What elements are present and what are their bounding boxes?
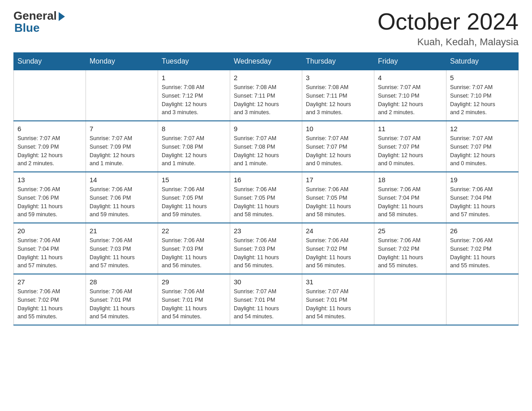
day-info: Sunrise: 7:06 AMSunset: 7:02 PMDaylight:… [450,236,515,270]
day-info: Sunrise: 7:06 AMSunset: 7:03 PMDaylight:… [234,236,298,270]
day-info: Sunrise: 7:07 AMSunset: 7:07 PMDaylight:… [450,134,515,168]
calendar-cell: 6Sunrise: 7:07 AMSunset: 7:09 PMDaylight… [14,121,86,172]
day-number: 30 [234,278,298,286]
day-number: 12 [450,125,515,133]
day-number: 4 [378,74,442,81]
calendar-week-row: 13Sunrise: 7:06 AMSunset: 7:06 PMDayligh… [14,172,519,223]
day-number: 1 [162,74,226,81]
page-header: General Blue October 2024 Kuah, Kedah, M… [13,9,519,48]
day-number: 31 [306,278,370,286]
day-number: 14 [90,176,154,184]
day-number: 20 [17,227,82,235]
calendar-cell: 15Sunrise: 7:06 AMSunset: 7:05 PMDayligh… [158,172,230,223]
logo: General Blue [13,9,65,35]
day-number: 6 [17,125,82,133]
day-info: Sunrise: 7:08 AMSunset: 7:11 PMDaylight:… [234,83,298,117]
day-number: 17 [306,176,370,184]
day-info: Sunrise: 7:08 AMSunset: 7:11 PMDaylight:… [306,83,370,117]
calendar-cell: 24Sunrise: 7:06 AMSunset: 7:02 PMDayligh… [302,223,374,274]
calendar-cell [446,274,519,325]
calendar-cell [14,70,86,121]
day-info: Sunrise: 7:07 AMSunset: 7:10 PMDaylight:… [378,83,442,117]
day-number: 5 [450,74,515,81]
day-number: 15 [162,176,226,184]
day-number: 24 [306,227,370,235]
day-info: Sunrise: 7:06 AMSunset: 7:04 PMDaylight:… [17,236,82,270]
day-number: 9 [234,125,298,133]
calendar-cell: 29Sunrise: 7:06 AMSunset: 7:01 PMDayligh… [158,274,230,325]
calendar-day-header: Tuesday [158,53,230,70]
calendar-week-row: 6Sunrise: 7:07 AMSunset: 7:09 PMDaylight… [14,121,519,172]
calendar-cell: 19Sunrise: 7:06 AMSunset: 7:04 PMDayligh… [446,172,519,223]
calendar-cell: 20Sunrise: 7:06 AMSunset: 7:04 PMDayligh… [14,223,86,274]
calendar-cell: 22Sunrise: 7:06 AMSunset: 7:03 PMDayligh… [158,223,230,274]
calendar-cell: 17Sunrise: 7:06 AMSunset: 7:05 PMDayligh… [302,172,374,223]
calendar-cell: 18Sunrise: 7:06 AMSunset: 7:04 PMDayligh… [374,172,446,223]
day-number: 18 [378,176,442,184]
day-info: Sunrise: 7:07 AMSunset: 7:09 PMDaylight:… [90,134,154,168]
title-block: October 2024 Kuah, Kedah, Malaysia [378,9,519,48]
day-info: Sunrise: 7:06 AMSunset: 7:01 PMDaylight:… [90,287,154,321]
calendar-day-header: Wednesday [230,53,302,70]
day-info: Sunrise: 7:06 AMSunset: 7:04 PMDaylight:… [450,185,515,219]
calendar-cell: 21Sunrise: 7:06 AMSunset: 7:03 PMDayligh… [86,223,158,274]
page-subtitle: Kuah, Kedah, Malaysia [378,36,519,48]
calendar-cell: 13Sunrise: 7:06 AMSunset: 7:06 PMDayligh… [14,172,86,223]
calendar-week-row: 1Sunrise: 7:08 AMSunset: 7:12 PMDaylight… [14,70,519,121]
calendar-day-header: Friday [374,53,446,70]
calendar-cell [374,274,446,325]
calendar-cell: 11Sunrise: 7:07 AMSunset: 7:07 PMDayligh… [374,121,446,172]
day-number: 29 [162,278,226,286]
calendar-cell: 9Sunrise: 7:07 AMSunset: 7:08 PMDaylight… [230,121,302,172]
calendar-cell: 4Sunrise: 7:07 AMSunset: 7:10 PMDaylight… [374,70,446,121]
calendar-day-header: Sunday [14,53,86,70]
calendar-cell: 23Sunrise: 7:06 AMSunset: 7:03 PMDayligh… [230,223,302,274]
day-number: 16 [234,176,298,184]
day-number: 3 [306,74,370,81]
calendar-header-row: SundayMondayTuesdayWednesdayThursdayFrid… [14,53,519,70]
day-number: 7 [90,125,154,133]
calendar-cell: 1Sunrise: 7:08 AMSunset: 7:12 PMDaylight… [158,70,230,121]
day-info: Sunrise: 7:06 AMSunset: 7:02 PMDaylight:… [306,236,370,270]
calendar-cell: 30Sunrise: 7:07 AMSunset: 7:01 PMDayligh… [230,274,302,325]
calendar-cell: 27Sunrise: 7:06 AMSunset: 7:02 PMDayligh… [14,274,86,325]
day-info: Sunrise: 7:07 AMSunset: 7:07 PMDaylight:… [306,134,370,168]
calendar-cell: 3Sunrise: 7:08 AMSunset: 7:11 PMDaylight… [302,70,374,121]
logo-arrow-icon [59,12,65,21]
day-info: Sunrise: 7:07 AMSunset: 7:08 PMDaylight:… [162,134,226,168]
day-info: Sunrise: 7:07 AMSunset: 7:07 PMDaylight:… [378,134,442,168]
day-number: 28 [90,278,154,286]
calendar-table: SundayMondayTuesdayWednesdayThursdayFrid… [13,52,519,325]
calendar-cell: 2Sunrise: 7:08 AMSunset: 7:11 PMDaylight… [230,70,302,121]
day-info: Sunrise: 7:06 AMSunset: 7:02 PMDaylight:… [17,287,82,321]
day-info: Sunrise: 7:06 AMSunset: 7:05 PMDaylight:… [162,185,226,219]
calendar-day-header: Monday [86,53,158,70]
calendar-cell: 25Sunrise: 7:06 AMSunset: 7:02 PMDayligh… [374,223,446,274]
calendar-cell: 7Sunrise: 7:07 AMSunset: 7:09 PMDaylight… [86,121,158,172]
day-number: 10 [306,125,370,133]
calendar-cell: 28Sunrise: 7:06 AMSunset: 7:01 PMDayligh… [86,274,158,325]
day-number: 25 [378,227,442,235]
day-info: Sunrise: 7:06 AMSunset: 7:02 PMDaylight:… [378,236,442,270]
day-info: Sunrise: 7:06 AMSunset: 7:05 PMDaylight:… [306,185,370,219]
calendar-cell: 8Sunrise: 7:07 AMSunset: 7:08 PMDaylight… [158,121,230,172]
day-number: 21 [90,227,154,235]
calendar-week-row: 20Sunrise: 7:06 AMSunset: 7:04 PMDayligh… [14,223,519,274]
calendar-day-header: Saturday [446,53,519,70]
day-info: Sunrise: 7:06 AMSunset: 7:05 PMDaylight:… [234,185,298,219]
day-info: Sunrise: 7:06 AMSunset: 7:01 PMDaylight:… [162,287,226,321]
day-info: Sunrise: 7:07 AMSunset: 7:01 PMDaylight:… [306,287,370,321]
calendar-cell: 31Sunrise: 7:07 AMSunset: 7:01 PMDayligh… [302,274,374,325]
calendar-cell: 14Sunrise: 7:06 AMSunset: 7:06 PMDayligh… [86,172,158,223]
day-info: Sunrise: 7:08 AMSunset: 7:12 PMDaylight:… [162,83,226,117]
day-number: 8 [162,125,226,133]
day-info: Sunrise: 7:06 AMSunset: 7:04 PMDaylight:… [378,185,442,219]
day-info: Sunrise: 7:06 AMSunset: 7:06 PMDaylight:… [17,185,82,219]
logo-blue-text: Blue [14,21,39,35]
calendar-cell: 5Sunrise: 7:07 AMSunset: 7:10 PMDaylight… [446,70,519,121]
page-title: October 2024 [378,9,519,34]
day-info: Sunrise: 7:06 AMSunset: 7:03 PMDaylight:… [90,236,154,270]
day-number: 2 [234,74,298,81]
day-number: 11 [378,125,442,133]
day-info: Sunrise: 7:07 AMSunset: 7:09 PMDaylight:… [17,134,82,168]
